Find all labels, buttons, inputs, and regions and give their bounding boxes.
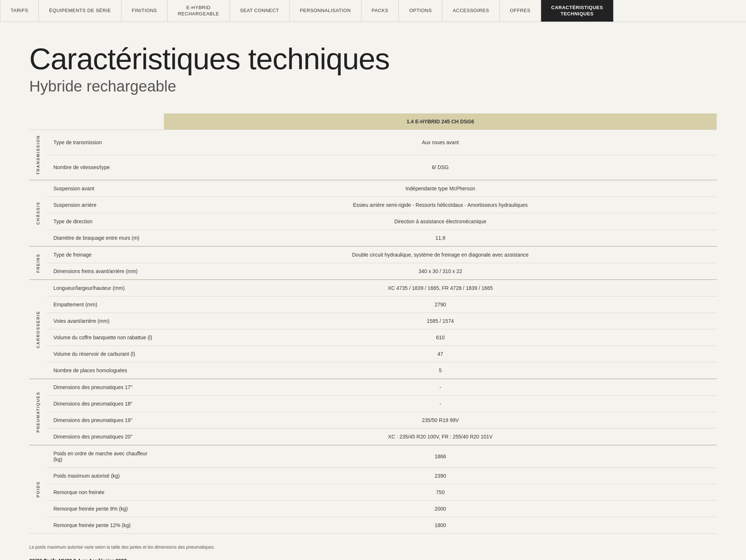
table-row: Dimensions des pneumatiques 20"XC : 235/…: [29, 429, 717, 445]
spec-name: Type de transmission: [47, 130, 164, 155]
table-row: Diamètre de braquage entre murs (m)11,9: [29, 230, 717, 247]
spec-name: Diamètre de braquage entre murs (m): [47, 230, 164, 247]
spec-name: Dimensions freins avant/arrière (mm): [47, 263, 164, 280]
spec-value: 5: [164, 362, 717, 379]
category-label-cell: CHÂSSIS: [29, 180, 47, 246]
nav-item-e-hybrid-rechargeabl[interactable]: e-HYBRID RECHARGEABLE: [168, 0, 230, 22]
spec-name: Volume du coffre banquette non rabattue …: [47, 329, 164, 346]
spec-value: 6/ DSG: [164, 155, 717, 180]
spec-name: Type de direction: [47, 213, 164, 230]
nav-item-packs[interactable]: PACKS: [361, 0, 399, 22]
table-row: Type de directionDirection à assistance …: [29, 213, 717, 230]
category-label-cell: PNEUMATIQUES: [29, 379, 47, 445]
page-title: Caractéristiques techniques: [29, 44, 717, 74]
column-header-row: 1.4 E-HYBRID 245 CH DSG6: [29, 113, 717, 130]
page-reference: 30/33 Tarifs MY22.3.4 au 1er février 202…: [29, 558, 717, 560]
nav-item-options[interactable]: OPTIONS: [399, 0, 442, 22]
table-row: TRANSMISSIONType de transmissionAux roue…: [29, 130, 717, 155]
spec-name: Suspension avant: [47, 180, 164, 197]
table-row: Dimensions des pneumatiques 19"235/50 R1…: [29, 412, 717, 429]
category-label-cell: POIDS: [29, 445, 47, 534]
spec-value: 11,9: [164, 230, 717, 247]
table-row: FREINSType de freinageDouble circuit hyd…: [29, 246, 717, 263]
spec-name: Poids en ordre de marche avec chauffeur …: [47, 445, 164, 468]
category-label: TRANSMISSION: [36, 135, 40, 175]
table-row: POIDSPoids en ordre de marche avec chauf…: [29, 445, 717, 468]
category-label: FREINS: [36, 254, 40, 273]
table-row: Nombre de places homologuées5: [29, 362, 717, 379]
spec-value: 235/50 R19 99V: [164, 412, 717, 429]
spec-value: 2790: [164, 296, 717, 313]
spec-table: 1.4 E-HYBRID 245 CH DSG6TRANSMISSIONType…: [29, 113, 717, 534]
nav-item-finitions[interactable]: FINITIONS: [121, 0, 168, 22]
page-content: Caractéristiques techniques Hybride rech…: [0, 22, 746, 560]
spec-name: Dimensions des pneumatiques 20": [47, 429, 164, 445]
nav-item-tarifs[interactable]: TARIFS: [0, 0, 39, 22]
spec-name: Dimensions des pneumatiques 17": [47, 379, 164, 396]
table-row: Poids maximum autorisé (kg)2390: [29, 468, 717, 484]
spec-value: Essieu arrière semi-rigide - Ressorts hé…: [164, 197, 717, 213]
table-row: Volume du réservoir de carburant (l)47: [29, 346, 717, 362]
spec-name: Empattement (mm): [47, 296, 164, 313]
table-row: CHÂSSISSuspension avantIndépendante type…: [29, 180, 717, 197]
category-label-cell: FREINS: [29, 246, 47, 280]
spec-value: Double circuit hydraulique, système de f…: [164, 246, 717, 263]
nav-item-équipements-de-série[interactable]: ÉQUIPEMENTS DE SÉRIE: [39, 0, 121, 22]
table-row: Remorque freinée pente 12% (kg)1800: [29, 517, 717, 534]
spec-value: 1585 / 1574: [164, 313, 717, 329]
footnote: Le poids maximum autorisé varie selon la…: [29, 545, 717, 550]
nav-item-personnalisation[interactable]: PERSONNALISATION: [290, 0, 361, 22]
spec-name: Poids maximum autorisé (kg): [47, 468, 164, 484]
category-label: PNEUMATIQUES: [36, 392, 40, 433]
spec-value: Aux roues avant: [164, 130, 717, 155]
table-row: Empattement (mm)2790: [29, 296, 717, 313]
spec-value: 1866: [164, 445, 717, 468]
spec-name: Dimensions des pneumatiques 19": [47, 412, 164, 429]
spec-name: Voies avant/arrière (mm): [47, 313, 164, 329]
category-label-cell: CARROSSERIE: [29, 280, 47, 379]
table-row: PNEUMATIQUESDimensions des pneumatiques …: [29, 379, 717, 396]
navigation: TARIFSÉQUIPEMENTS DE SÉRIEFINITIONSe-HYB…: [0, 0, 746, 22]
column-header-label: 1.4 E-HYBRID 245 CH DSG6: [164, 113, 717, 130]
table-row: Suspension arrièreEssieu arrière semi-ri…: [29, 197, 717, 213]
nav-item-offres[interactable]: OFFRES: [500, 0, 541, 22]
table-row: Remorque freinée pente 8% (kg)2000: [29, 501, 717, 517]
spec-value: -: [164, 379, 717, 396]
nav-item-accessoires[interactable]: ACCESSOIRES: [442, 0, 499, 22]
spec-value: 47: [164, 346, 717, 362]
spec-value: XC : 235/45 R20 100V, FR : 255/40 R20 10…: [164, 429, 717, 445]
spec-value: 2390: [164, 468, 717, 484]
spec-name: Remorque non freinée: [47, 484, 164, 501]
table-row: Nombre de vitesses/type6/ DSG: [29, 155, 717, 180]
spec-name: Volume du réservoir de carburant (l): [47, 346, 164, 362]
spec-value: 610: [164, 329, 717, 346]
table-row: Dimensions des pneumatiques 18"-: [29, 396, 717, 412]
nav-item-seat-connect[interactable]: SEAT CONNECT: [230, 0, 290, 22]
spec-value: 750: [164, 484, 717, 501]
table-row: CARROSSERIELongueur/largeur/hauteur (mm)…: [29, 280, 717, 296]
table-row: Voies avant/arrière (mm)1585 / 1574: [29, 313, 717, 329]
table-row: Dimensions freins avant/arrière (mm)340 …: [29, 263, 717, 280]
category-label: POIDS: [36, 481, 40, 497]
spec-value: Direction à assistance électromécanique: [164, 213, 717, 230]
spec-value: XC 4735 / 1839 / 1665, FR 4728 / 1839 / …: [164, 280, 717, 296]
spec-name: Nombre de places homologuées: [47, 362, 164, 379]
page-subtitle: Hybride rechargeable: [29, 78, 717, 95]
spec-value: -: [164, 396, 717, 412]
table-row: Volume du coffre banquette non rabattue …: [29, 329, 717, 346]
spec-value: Indépendante type McPherson: [164, 180, 717, 197]
category-label: CARROSSERIE: [36, 311, 40, 348]
spec-name: Dimensions des pneumatiques 18": [47, 396, 164, 412]
spec-name: Nombre de vitesses/type: [47, 155, 164, 180]
category-label: CHÂSSIS: [36, 202, 40, 225]
spec-value: 2000: [164, 501, 717, 517]
spec-name: Suspension arrière: [47, 197, 164, 213]
spec-value: 340 x 30 / 310 x 22: [164, 263, 717, 280]
spec-name: Type de freinage: [47, 246, 164, 263]
category-label-cell: TRANSMISSION: [29, 130, 47, 180]
spec-name: Remorque freinée pente 8% (kg): [47, 501, 164, 517]
table-row: Remorque non freinée750: [29, 484, 717, 501]
spec-name: Remorque freinée pente 12% (kg): [47, 517, 164, 534]
nav-item-caractéristiques-tec[interactable]: CARACTÉRISTIQUES TECHNIQUES: [541, 0, 614, 22]
spec-name: Longueur/largeur/hauteur (mm): [47, 280, 164, 296]
